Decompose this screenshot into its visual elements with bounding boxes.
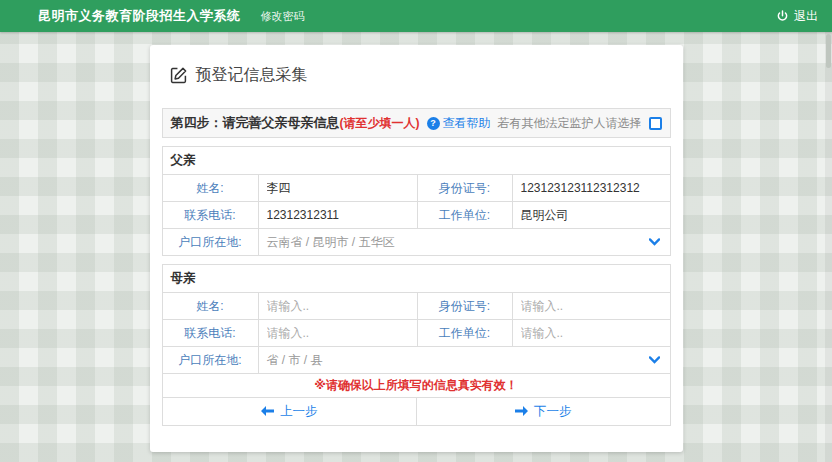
- mother-work-input[interactable]: [521, 326, 662, 340]
- chevron-down-icon: [649, 238, 660, 246]
- table-row: 姓名: 身份证号:: [163, 175, 670, 201]
- father-id-input[interactable]: [521, 181, 662, 195]
- prev-step-label: 上一步: [280, 403, 318, 420]
- father-id-label: 身份证号:: [417, 175, 512, 201]
- guardian-option: 若有其他法定监护人请选择: [498, 115, 662, 132]
- table-row: 姓名: 身份证号:: [163, 293, 670, 319]
- step-navigation: 上一步 下一步: [163, 397, 670, 425]
- father-name-cell: [258, 175, 417, 201]
- mother-name-cell: [258, 293, 417, 319]
- logout-button[interactable]: 退出: [776, 8, 818, 25]
- mother-phone-label: 联系电话:: [163, 320, 258, 346]
- father-name-input[interactable]: [267, 181, 409, 195]
- father-phone-input[interactable]: [267, 208, 409, 222]
- edit-icon: [170, 67, 187, 84]
- father-work-input[interactable]: [521, 208, 662, 222]
- chevron-down-icon: [649, 356, 660, 364]
- mother-id-cell: [512, 293, 670, 319]
- table-row: 联系电话: 工作单位:: [163, 201, 670, 228]
- guardian-checkbox[interactable]: [649, 117, 662, 130]
- table-row: 户口所在地: 云南省 / 昆明市 / 五华区: [163, 228, 670, 255]
- father-section-title: 父亲: [163, 147, 670, 175]
- mother-section: 母亲 姓名: 身份证号: 联系电话: 工作单位:: [162, 264, 671, 426]
- next-step-button[interactable]: 下一步: [416, 398, 670, 425]
- help-label: 查看帮助: [443, 115, 491, 132]
- mother-work-label: 工作单位:: [417, 320, 512, 346]
- mother-id-input[interactable]: [521, 299, 662, 313]
- mother-work-cell: [512, 320, 670, 346]
- top-navbar: 昆明市义务教育阶段招生入学系统 修改密码 退出: [0, 0, 832, 32]
- arrow-right-icon: [515, 405, 528, 419]
- help-link[interactable]: 查看帮助: [427, 115, 491, 132]
- mother-address-label: 户口所在地:: [163, 347, 258, 373]
- power-icon: [776, 10, 789, 23]
- father-phone-cell: [258, 202, 417, 228]
- mother-phone-input[interactable]: [267, 326, 409, 340]
- mother-name-label: 姓名:: [163, 293, 258, 319]
- page-header: 预登记信息采集: [162, 45, 671, 108]
- step-title: 第四步：请完善父亲母亲信息: [171, 114, 340, 132]
- mother-section-title: 母亲: [163, 265, 670, 293]
- table-row: 联系电话: 工作单位:: [163, 319, 670, 346]
- father-phone-label: 联系电话:: [163, 202, 258, 228]
- change-password-link[interactable]: 修改密码: [261, 9, 305, 24]
- father-id-cell: [512, 175, 670, 201]
- mother-phone-cell: [258, 320, 417, 346]
- main-card: 预登记信息采集 第四步：请完善父亲母亲信息 (请至少填一人) 查看帮助 若有其他…: [150, 45, 683, 452]
- father-name-label: 姓名:: [163, 175, 258, 201]
- mother-address-select[interactable]: 省 / 市 / 县: [258, 347, 670, 373]
- arrow-left-icon: [261, 405, 274, 419]
- father-section: 父亲 姓名: 身份证号: 联系电话: 工作单位:: [162, 146, 671, 256]
- father-address-value: 云南省 / 昆明市 / 五华区: [267, 234, 649, 251]
- step-bar: 第四步：请完善父亲母亲信息 (请至少填一人) 查看帮助 若有其他法定监护人请选择: [162, 108, 671, 138]
- prev-step-button[interactable]: 上一步: [163, 398, 417, 425]
- validity-notice: ※请确保以上所填写的信息真实有效！: [163, 373, 670, 397]
- father-address-select[interactable]: 云南省 / 昆明市 / 五华区: [258, 229, 670, 255]
- guardian-label: 若有其他法定监护人请选择: [498, 115, 642, 132]
- page-scrollbar[interactable]: [825, 32, 832, 462]
- mother-name-input[interactable]: [267, 299, 409, 313]
- page-title: 预登记信息采集: [196, 65, 308, 86]
- table-row: 户口所在地: 省 / 市 / 县: [163, 346, 670, 373]
- logout-label: 退出: [794, 8, 818, 25]
- next-step-label: 下一步: [534, 403, 572, 420]
- mother-address-value: 省 / 市 / 县: [267, 352, 649, 369]
- father-address-label: 户口所在地:: [163, 229, 258, 255]
- mother-id-label: 身份证号:: [417, 293, 512, 319]
- scrollbar-thumb[interactable]: [826, 34, 831, 68]
- app-title: 昆明市义务教育阶段招生入学系统: [38, 7, 241, 25]
- father-work-label: 工作单位:: [417, 202, 512, 228]
- step-note: (请至少填一人): [340, 115, 420, 132]
- help-icon: [427, 117, 440, 130]
- father-work-cell: [512, 202, 670, 228]
- screen: 昆明市义务教育阶段招生入学系统 修改密码 退出 预登记信息采集: [0, 0, 832, 462]
